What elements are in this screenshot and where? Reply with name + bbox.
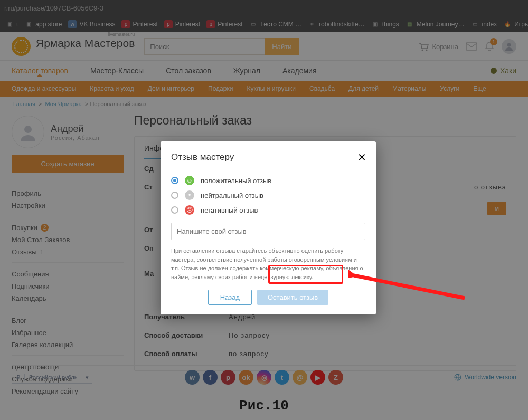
review-hint: При оставлении отзыва старайтесь объекти…	[171, 246, 365, 281]
close-icon[interactable]: ✕	[357, 151, 366, 164]
submit-review-button[interactable]: Оставить отзыв	[257, 290, 328, 305]
sad-icon: ☹	[185, 205, 194, 215]
radio-icon	[171, 177, 178, 184]
option-negative[interactable]: ☹ негативный отзыв	[171, 203, 365, 217]
option-positive[interactable]: ☺ положительный отзыв	[171, 173, 365, 188]
smile-icon: ☺	[185, 176, 194, 185]
review-modal: Отзыв мастеру ✕ ☺ положительный отзыв • …	[161, 141, 376, 314]
option-neutral[interactable]: • нейтральный отзыв	[171, 188, 365, 203]
radio-icon	[171, 192, 178, 199]
neutral-icon: •	[185, 190, 194, 200]
back-button[interactable]: Назад	[208, 290, 252, 305]
modal-title: Отзыв мастеру	[171, 152, 365, 163]
radio-icon	[171, 206, 178, 214]
review-input[interactable]	[171, 223, 365, 240]
